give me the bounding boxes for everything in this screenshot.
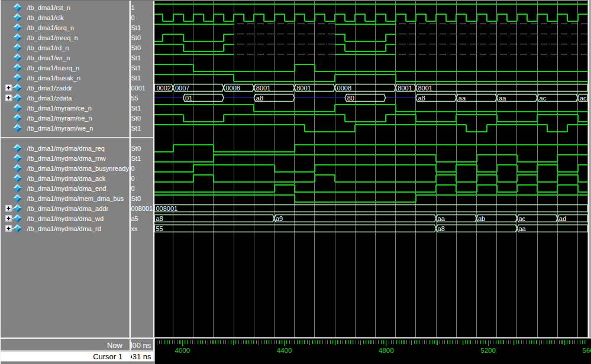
svg-text:Now: Now [107, 341, 123, 350]
svg-text:/tb_dma1/mydma/dma_end: /tb_dma1/mydma/dma_end [27, 185, 106, 192]
svg-text:0008: 0008 [337, 84, 351, 92]
svg-text:/tb_dma1/myram/oe_n: /tb_dma1/myram/oe_n [27, 115, 92, 122]
svg-text:0: 0 [131, 14, 135, 21]
svg-text:8001: 8001 [418, 84, 432, 92]
svg-text:Cursor 1: Cursor 1 [93, 352, 122, 361]
svg-text:/tb_dma1/busrq_n: /tb_dma1/busrq_n [27, 64, 80, 72]
svg-text:St1: St1 [131, 105, 141, 112]
svg-text:a8: a8 [438, 225, 445, 232]
svg-text:/tb_dma1/zdata: /tb_dma1/zdata [27, 95, 73, 102]
svg-text:/tb_dma1/mydma/dma_rnw: /tb_dma1/mydma/dma_rnw [27, 155, 106, 162]
svg-text:/tb_dma1/rd_n: /tb_dma1/rd_n [27, 44, 69, 51]
svg-text:1: 1 [131, 4, 135, 11]
svg-text:/tb_dma1/mydma/dma_rd: /tb_dma1/mydma/dma_rd [27, 225, 101, 232]
svg-text:0001: 0001 [131, 84, 146, 92]
svg-text:/tb_dma1/zaddr: /tb_dma1/zaddr [27, 84, 73, 92]
svg-text:/tb_dma1/myram/we_n: /tb_dma1/myram/we_n [27, 125, 93, 132]
svg-text:ac: ac [580, 95, 587, 102]
svg-text:/tb_dma1/mydma/dma_ack: /tb_dma1/mydma/dma_ack [27, 175, 106, 182]
svg-text:/tb_dma1/mydma/dma_wd: /tb_dma1/mydma/dma_wd [27, 215, 104, 222]
svg-text:008001: 008001 [156, 205, 178, 212]
svg-text:a8: a8 [256, 95, 263, 102]
svg-text:a5: a5 [131, 215, 138, 222]
svg-text:St0: St0 [131, 145, 141, 152]
svg-text:/tb_dma1/mydma/dma_busynready: /tb_dma1/mydma/dma_busynready [27, 165, 130, 172]
svg-text:0008: 0008 [226, 84, 240, 92]
svg-text:St0: St0 [131, 115, 141, 122]
svg-text:/tb_dma1/busak_n: /tb_dma1/busak_n [27, 74, 81, 82]
svg-text:8001: 8001 [256, 84, 270, 92]
svg-text:0007: 0007 [175, 84, 189, 92]
svg-text:aa: aa [458, 95, 466, 102]
svg-text:aa: aa [438, 215, 445, 222]
svg-text:0: 0 [131, 185, 135, 192]
svg-text:0: 0 [131, 165, 135, 172]
svg-text:St0: St0 [131, 34, 141, 41]
svg-text:a8: a8 [156, 215, 163, 222]
svg-text:4800: 4800 [379, 347, 394, 354]
svg-text:008001: 008001 [131, 205, 153, 212]
svg-text:00 ns: 00 ns [133, 341, 151, 350]
svg-text:8001: 8001 [398, 84, 412, 92]
svg-text:55: 55 [131, 95, 138, 102]
svg-text:ac: ac [540, 95, 547, 102]
svg-text:/tb_dma1/iorq_n: /tb_dma1/iorq_n [27, 24, 75, 31]
svg-text:St0: St0 [131, 44, 141, 51]
svg-text:80: 80 [347, 95, 354, 102]
svg-text:ad: ad [559, 215, 566, 222]
svg-text:St1: St1 [131, 24, 141, 31]
svg-text:/tb_dma1/myram/ce_n: /tb_dma1/myram/ce_n [27, 105, 92, 112]
svg-text:aa: aa [518, 225, 526, 232]
svg-text:St0: St0 [131, 195, 141, 202]
svg-text:31 ns: 31 ns [133, 352, 151, 361]
svg-text:/tb_dma1/clk: /tb_dma1/clk [27, 14, 64, 21]
svg-text:/tb_dma1/mreq_n: /tb_dma1/mreq_n [27, 34, 78, 41]
svg-text:/tb_dma1/wr_n: /tb_dma1/wr_n [27, 54, 70, 61]
svg-text:0: 0 [131, 175, 135, 182]
svg-text:55: 55 [156, 225, 163, 232]
svg-text:5600: 5600 [583, 347, 591, 354]
svg-text:8001: 8001 [296, 84, 311, 92]
svg-text:/tb_dma1/rst_n: /tb_dma1/rst_n [27, 4, 70, 11]
svg-text:St1: St1 [131, 64, 141, 72]
svg-text:St1: St1 [131, 125, 141, 132]
svg-text:4400: 4400 [277, 347, 292, 354]
svg-text:5200: 5200 [480, 347, 496, 354]
svg-text:St1: St1 [131, 74, 141, 82]
svg-text:ab: ab [478, 215, 485, 222]
svg-text:aa: aa [499, 95, 506, 102]
svg-text:ac: ac [518, 215, 525, 222]
svg-text:St1: St1 [131, 155, 141, 162]
svg-text:4000: 4000 [175, 347, 190, 354]
svg-text:St1: St1 [131, 54, 141, 61]
svg-text:a8: a8 [418, 95, 425, 102]
svg-text:a9: a9 [276, 215, 283, 222]
svg-text:xx: xx [131, 225, 138, 232]
svg-text:01: 01 [185, 95, 192, 102]
svg-text:/tb_dma1/mydma/dma_req: /tb_dma1/mydma/dma_req [27, 145, 105, 152]
svg-text:/tb_dma1/mydma/dma_addr: /tb_dma1/mydma/dma_addr [27, 205, 109, 212]
svg-text:0002: 0002 [157, 84, 171, 92]
svg-text:/tb_dma1/mydma/mem_dma_bus: /tb_dma1/mydma/mem_dma_bus [27, 195, 124, 202]
